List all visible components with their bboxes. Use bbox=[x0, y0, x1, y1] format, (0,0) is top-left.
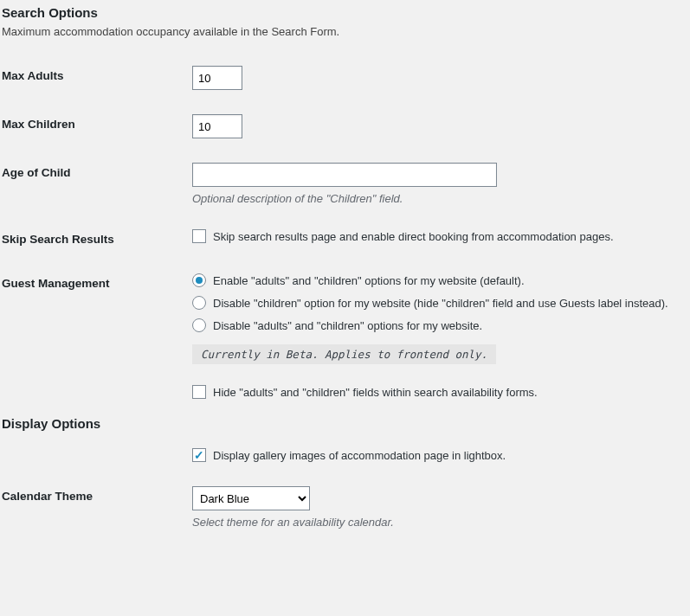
skip-search-text: Skip search results page and enable dire… bbox=[213, 230, 614, 243]
skip-search-checkbox[interactable] bbox=[192, 229, 206, 243]
guest-mgmt-option-disable-both[interactable]: Disable "adults" and "children" options … bbox=[192, 318, 680, 332]
calendar-theme-description: Select theme for an availability calenda… bbox=[192, 516, 680, 529]
guest-mgmt-radio-disable-children[interactable] bbox=[192, 296, 206, 310]
skip-search-option[interactable]: Skip search results page and enable dire… bbox=[192, 229, 680, 243]
guest-mgmt-beta-note: Currently in Beta. Applies to frontend o… bbox=[192, 344, 496, 364]
guest-mgmt-option-enable[interactable]: Enable "adults" and "children" options f… bbox=[192, 273, 680, 287]
guest-mgmt-radio-disable-both[interactable] bbox=[192, 318, 206, 332]
guest-mgmt-radio-enable[interactable] bbox=[192, 273, 206, 287]
guest-mgmt-hide-text: Hide "adults" and "children" fields with… bbox=[213, 386, 538, 399]
calendar-theme-label: Calendar Theme bbox=[2, 474, 192, 541]
age-of-child-input[interactable] bbox=[192, 163, 497, 187]
max-adults-label: Max Adults bbox=[2, 54, 192, 102]
max-adults-input[interactable] bbox=[192, 66, 242, 90]
calendar-theme-select[interactable]: Dark Blue bbox=[192, 486, 310, 510]
lightbox-text: Display gallery images of accommodation … bbox=[213, 449, 506, 462]
search-options-description: Maximum accommodation occupancy availabl… bbox=[2, 25, 688, 38]
age-of-child-label: Age of Child bbox=[2, 151, 192, 217]
guest-mgmt-text-enable: Enable "adults" and "children" options f… bbox=[213, 274, 525, 287]
skip-search-label: Skip Search Results bbox=[2, 217, 192, 261]
guest-mgmt-text-disable-both: Disable "adults" and "children" options … bbox=[213, 319, 482, 332]
lightbox-option[interactable]: Display gallery images of accommodation … bbox=[192, 448, 680, 462]
guest-mgmt-hide-option[interactable]: Hide "adults" and "children" fields with… bbox=[192, 385, 680, 399]
search-options-heading: Search Options bbox=[2, 5, 688, 20]
display-options-heading: Display Options bbox=[2, 416, 688, 431]
age-of-child-description: Optional description of the "Children" f… bbox=[192, 192, 680, 205]
guest-management-label: Guest Management bbox=[2, 261, 192, 411]
guest-mgmt-hide-checkbox[interactable] bbox=[192, 385, 206, 399]
max-children-label: Max Children bbox=[2, 102, 192, 151]
max-children-input[interactable] bbox=[192, 114, 242, 138]
guest-mgmt-option-disable-children[interactable]: Disable "children" option for my website… bbox=[192, 296, 680, 310]
guest-mgmt-text-disable-children: Disable "children" option for my website… bbox=[213, 297, 668, 310]
lightbox-checkbox[interactable] bbox=[192, 448, 206, 462]
